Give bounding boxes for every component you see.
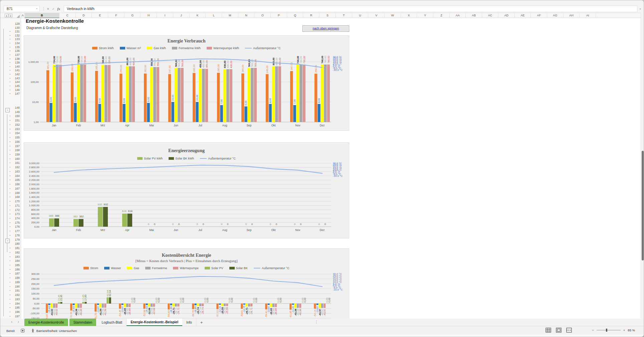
row-header-195[interactable]: 195 — [12, 306, 20, 309]
row-header-194[interactable]: 194 — [12, 302, 20, 305]
column-header-A[interactable]: A — [21, 13, 25, 18]
column-header-AF[interactable]: AF — [531, 13, 547, 18]
view-normal-icon[interactable] — [546, 328, 551, 333]
row-header-190[interactable]: 190 — [12, 285, 20, 288]
row-header-177[interactable]: 177 — [12, 229, 20, 233]
column-header-AD[interactable]: AD — [498, 13, 515, 18]
row-header-164[interactable]: 164 — [12, 174, 20, 178]
row-header-153[interactable]: 153 — [12, 127, 20, 131]
row-header-185[interactable]: 185 — [12, 263, 20, 267]
column-header-I[interactable]: I — [157, 13, 173, 18]
accessibility-status[interactable]: Barrierefreiheit: Untersuchen — [31, 329, 77, 333]
jump-to-top-button[interactable]: nach oben springen — [302, 25, 349, 32]
row-header-129[interactable]: 129 — [12, 22, 20, 25]
chevron-down-icon[interactable]: ⌄ — [35, 6, 38, 10]
name-box[interactable]: B71 ⌄ — [4, 6, 40, 12]
column-header-B[interactable]: B — [25, 13, 59, 18]
row-header-145[interactable]: 145 — [12, 84, 20, 88]
column-header-AH[interactable]: AH — [564, 13, 580, 18]
sheet-tab-stammdaten[interactable]: Stammdaten — [69, 319, 96, 326]
row-header-188[interactable]: 188 — [12, 276, 20, 279]
row-header-135[interactable]: 135 — [12, 45, 20, 49]
cancel-entry-icon[interactable]: ✕ — [46, 6, 50, 12]
row-header-175[interactable]: 175 — [12, 221, 20, 224]
column-header-V[interactable]: V — [368, 13, 385, 18]
column-header-O[interactable]: O — [254, 13, 271, 18]
row-header-178[interactable]: 178 — [12, 234, 20, 237]
row-header-192[interactable]: 192 — [12, 293, 20, 297]
row-header-181[interactable]: 181 — [12, 246, 20, 250]
confirm-entry-icon[interactable]: ✓ — [51, 6, 56, 12]
column-header-X[interactable]: X — [401, 13, 417, 18]
view-page-layout-icon[interactable] — [556, 328, 562, 333]
column-header-W[interactable]: W — [385, 13, 401, 18]
zoom-percentage[interactable]: 85 % — [628, 328, 635, 332]
row-header-166[interactable]: 166 — [12, 183, 20, 186]
column-header-K[interactable]: K — [190, 13, 206, 18]
row-header-189[interactable]: 189 — [12, 280, 20, 284]
column-header-S[interactable]: S — [319, 13, 336, 18]
row-header-134[interactable]: 134 — [12, 41, 20, 45]
row-header-191[interactable]: 191 — [12, 289, 20, 292]
row-header-163[interactable]: 163 — [12, 170, 20, 173]
row-header-132[interactable]: 132 — [12, 34, 20, 37]
outline-level-1-button[interactable]: 1 — [5, 14, 8, 17]
row-header-149[interactable]: 149 — [12, 110, 20, 114]
row-header-150[interactable]: 150 — [12, 114, 20, 118]
add-sheet-button[interactable]: + — [196, 319, 207, 326]
column-header-Z[interactable]: Z — [433, 13, 450, 18]
formula-input[interactable]: Verbrauch in kWh — [64, 6, 637, 12]
chart-kostenuebersicht[interactable]: Kostenübersicht Energie [Minus = Kosten … — [24, 248, 349, 322]
row-header-142[interactable]: 142 — [12, 73, 20, 76]
row-header-167[interactable]: 167 — [12, 187, 20, 190]
row-header-136[interactable]: 136 — [12, 49, 20, 52]
row-header-133[interactable]: 133 — [12, 37, 20, 41]
row-header-147[interactable]: 147 — [12, 92, 20, 95]
zoom-slider-thumb[interactable] — [606, 329, 607, 332]
row-header-168[interactable]: 168 — [12, 191, 20, 195]
row-header-140[interactable]: 140 — [12, 65, 20, 68]
row-header-183[interactable]: 183 — [12, 255, 20, 258]
outline-collapse-button[interactable]: − — [5, 239, 10, 243]
column-header-T[interactable]: T — [336, 13, 352, 18]
row-header-138[interactable]: 138 — [12, 57, 20, 61]
row-header-139[interactable]: 139 — [12, 61, 20, 64]
column-header-H[interactable]: H — [141, 13, 157, 18]
column-header-AI[interactable]: AI — [580, 13, 596, 18]
column-header-E[interactable]: E — [92, 13, 108, 18]
chart-energie-verbrauch[interactable]: Energie Verbrauch Strom kWhWasser m³Gas … — [24, 35, 349, 131]
row-header-182[interactable]: 182 — [12, 251, 20, 254]
row-header-162[interactable]: 162 — [12, 165, 20, 169]
row-header-146[interactable]: 146 — [12, 88, 20, 92]
row-header-171[interactable]: 171 — [12, 204, 20, 207]
row-header-176[interactable]: 176 — [12, 225, 20, 228]
row-header-151[interactable]: 151 — [12, 119, 20, 122]
column-header-D[interactable]: D — [76, 13, 92, 18]
row-header-179[interactable]: 179 — [12, 238, 20, 241]
row-header-155[interactable]: 155 — [12, 136, 20, 139]
row-header-169[interactable]: 169 — [12, 195, 20, 199]
column-header-AA[interactable]: AA — [450, 13, 466, 18]
chart-energieerzeugung[interactable]: Energieerzeugung Solar PV kWhSolar BK kW… — [24, 142, 349, 238]
view-page-break-icon[interactable] — [566, 328, 572, 333]
macro-record-icon[interactable] — [21, 329, 25, 333]
column-header-U[interactable]: U — [352, 13, 369, 18]
tab-options-icon[interactable]: ⋮ — [314, 320, 318, 324]
column-header-L[interactable]: L — [206, 13, 222, 18]
row-header-141[interactable]: 141 — [12, 69, 20, 72]
column-header-M[interactable]: M — [222, 13, 238, 18]
row-header-154[interactable]: 154 — [12, 131, 20, 135]
row-header-197[interactable]: 197 — [12, 315, 20, 318]
select-all-icon[interactable] — [17, 15, 20, 18]
sheet-tab-info[interactable]: Info — [182, 319, 196, 326]
column-header-C[interactable]: C — [59, 13, 76, 18]
vertical-scrollbar-thumb[interactable] — [642, 151, 644, 260]
row-header-131[interactable]: 131 — [12, 30, 20, 33]
row-header-157[interactable]: 157 — [12, 144, 20, 148]
tab-scroll-right-icon[interactable]: › — [16, 320, 21, 324]
insert-function-icon[interactable]: fx — [56, 6, 61, 12]
sheet-tab-energie-kostenkontr-beispiel[interactable]: Energie-Kostenkontr.-Beispiel — [127, 319, 182, 326]
row-header-160[interactable]: 160 — [12, 157, 20, 160]
row-header-174[interactable]: 174 — [12, 217, 20, 220]
row-header-158[interactable]: 158 — [12, 148, 20, 152]
